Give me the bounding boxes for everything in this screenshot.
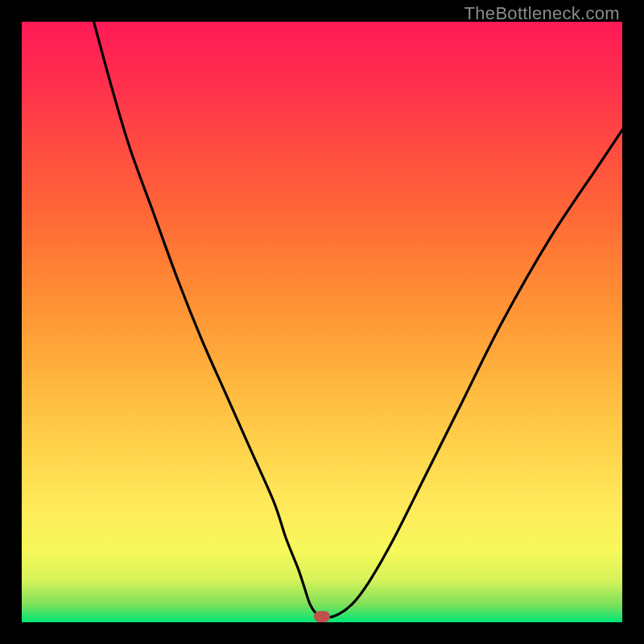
chart-frame: TheBottleneck.com (0, 0, 644, 644)
plot-area (22, 22, 622, 622)
bottleneck-curve (22, 22, 622, 622)
optimum-marker-icon (314, 611, 330, 622)
watermark-text: TheBottleneck.com (464, 3, 620, 24)
